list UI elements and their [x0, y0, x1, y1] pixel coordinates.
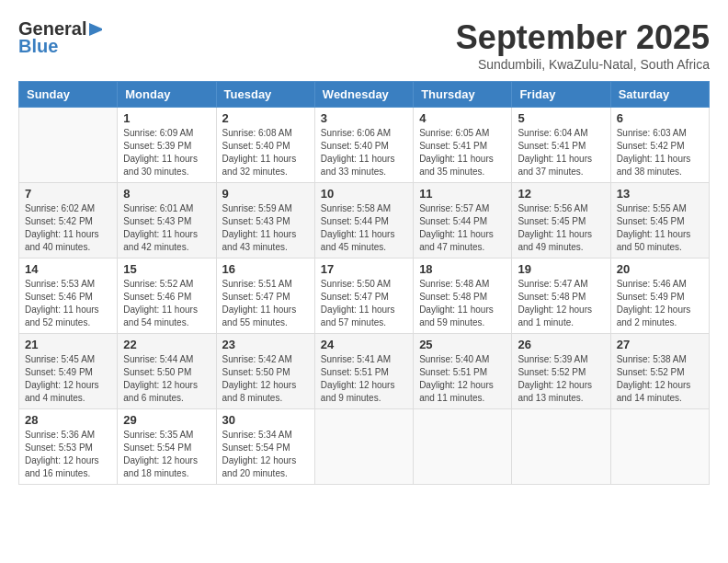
- calendar-cell: 18Sunrise: 5:48 AMSunset: 5:48 PMDayligh…: [414, 259, 512, 334]
- week-row-2: 7Sunrise: 6:02 AMSunset: 5:42 PMDaylight…: [19, 183, 710, 259]
- calendar-cell: 19Sunrise: 5:47 AMSunset: 5:48 PMDayligh…: [512, 259, 610, 334]
- logo-icon: [87, 21, 104, 38]
- day-number: 6: [617, 111, 703, 125]
- day-info: Sunrise: 5:58 AMSunset: 5:44 PMDaylight:…: [321, 202, 407, 254]
- logo: General Blue: [18, 18, 105, 57]
- calendar-cell: 15Sunrise: 5:52 AMSunset: 5:46 PMDayligh…: [118, 259, 216, 334]
- day-info: Sunrise: 5:41 AMSunset: 5:51 PMDaylight:…: [321, 353, 407, 405]
- day-info: Sunrise: 5:36 AMSunset: 5:53 PMDaylight:…: [25, 429, 111, 480]
- week-row-4: 21Sunrise: 5:45 AMSunset: 5:49 PMDayligh…: [19, 334, 710, 409]
- day-info: Sunrise: 5:44 AMSunset: 5:50 PMDaylight:…: [123, 353, 210, 405]
- day-number: 24: [321, 338, 407, 351]
- weekday-header-row: SundayMondayTuesdayWednesdayThursdayFrid…: [19, 82, 710, 108]
- calendar-cell: 12Sunrise: 5:56 AMSunset: 5:45 PMDayligh…: [512, 183, 610, 259]
- calendar-cell: 9Sunrise: 5:59 AMSunset: 5:43 PMDaylight…: [216, 183, 314, 259]
- day-info: Sunrise: 5:45 AMSunset: 5:49 PMDaylight:…: [25, 353, 111, 405]
- day-info: Sunrise: 5:34 AMSunset: 5:54 PMDaylight:…: [222, 429, 309, 480]
- day-number: 5: [518, 111, 604, 125]
- day-number: 20: [617, 262, 703, 276]
- calendar-cell: 6Sunrise: 6:03 AMSunset: 5:42 PMDaylight…: [610, 108, 709, 183]
- calendar-cell: 16Sunrise: 5:51 AMSunset: 5:47 PMDayligh…: [216, 259, 314, 334]
- location: Sundumbili, KwaZulu-Natal, South Africa: [456, 57, 710, 72]
- day-info: Sunrise: 5:48 AMSunset: 5:48 PMDaylight:…: [419, 278, 506, 329]
- calendar-cell: 23Sunrise: 5:42 AMSunset: 5:50 PMDayligh…: [216, 334, 314, 409]
- day-number: 11: [419, 187, 506, 201]
- day-number: 30: [222, 413, 309, 427]
- day-number: 7: [25, 187, 111, 201]
- day-number: 13: [617, 187, 703, 201]
- weekday-header-wednesday: Wednesday: [314, 82, 413, 108]
- weekday-header-thursday: Thursday: [414, 82, 512, 108]
- calendar-cell: 10Sunrise: 5:58 AMSunset: 5:44 PMDayligh…: [314, 183, 413, 259]
- day-number: 19: [518, 262, 604, 276]
- calendar-cell: [512, 409, 610, 485]
- day-number: 25: [419, 338, 506, 351]
- logo-blue: Blue: [18, 36, 58, 57]
- day-info: Sunrise: 6:06 AMSunset: 5:40 PMDaylight:…: [321, 127, 407, 178]
- day-info: Sunrise: 5:59 AMSunset: 5:43 PMDaylight:…: [222, 202, 309, 254]
- day-number: 14: [25, 262, 111, 276]
- day-number: 18: [419, 262, 506, 276]
- calendar-cell: 5Sunrise: 6:04 AMSunset: 5:41 PMDaylight…: [512, 108, 610, 183]
- day-info: Sunrise: 5:50 AMSunset: 5:47 PMDaylight:…: [321, 278, 407, 329]
- day-number: 2: [222, 111, 309, 125]
- day-number: 22: [123, 338, 210, 351]
- day-number: 26: [518, 338, 604, 351]
- day-info: Sunrise: 5:39 AMSunset: 5:52 PMDaylight:…: [518, 353, 604, 405]
- calendar-cell: 1Sunrise: 6:09 AMSunset: 5:39 PMDaylight…: [118, 108, 216, 183]
- day-number: 1: [123, 111, 210, 125]
- day-number: 29: [123, 413, 210, 427]
- day-number: 28: [25, 413, 111, 427]
- day-number: 21: [25, 338, 111, 351]
- calendar-cell: [19, 108, 118, 183]
- calendar-cell: 14Sunrise: 5:53 AMSunset: 5:46 PMDayligh…: [19, 259, 118, 334]
- day-info: Sunrise: 5:46 AMSunset: 5:49 PMDaylight:…: [617, 278, 703, 329]
- calendar-table: SundayMondayTuesdayWednesdayThursdayFrid…: [18, 81, 710, 485]
- week-row-3: 14Sunrise: 5:53 AMSunset: 5:46 PMDayligh…: [19, 259, 710, 334]
- day-number: 27: [617, 338, 703, 351]
- day-info: Sunrise: 5:57 AMSunset: 5:44 PMDaylight:…: [419, 202, 506, 254]
- day-number: 17: [321, 262, 407, 276]
- day-number: 3: [321, 111, 407, 125]
- calendar-cell: 29Sunrise: 5:35 AMSunset: 5:54 PMDayligh…: [118, 409, 216, 485]
- day-number: 12: [518, 187, 604, 201]
- day-info: Sunrise: 5:42 AMSunset: 5:50 PMDaylight:…: [222, 353, 309, 405]
- calendar-cell: 25Sunrise: 5:40 AMSunset: 5:51 PMDayligh…: [414, 334, 512, 409]
- calendar-cell: 11Sunrise: 5:57 AMSunset: 5:44 PMDayligh…: [414, 183, 512, 259]
- calendar-cell: 2Sunrise: 6:08 AMSunset: 5:40 PMDaylight…: [216, 108, 314, 183]
- day-number: 8: [123, 187, 210, 201]
- day-number: 4: [419, 111, 506, 125]
- calendar-cell: [414, 409, 512, 485]
- calendar-cell: [314, 409, 413, 485]
- calendar-cell: 24Sunrise: 5:41 AMSunset: 5:51 PMDayligh…: [314, 334, 413, 409]
- calendar-cell: 22Sunrise: 5:44 AMSunset: 5:50 PMDayligh…: [118, 334, 216, 409]
- week-row-1: 1Sunrise: 6:09 AMSunset: 5:39 PMDaylight…: [19, 108, 710, 183]
- calendar-cell: 3Sunrise: 6:06 AMSunset: 5:40 PMDaylight…: [314, 108, 413, 183]
- calendar-cell: 28Sunrise: 5:36 AMSunset: 5:53 PMDayligh…: [19, 409, 118, 485]
- weekday-header-tuesday: Tuesday: [216, 82, 314, 108]
- day-info: Sunrise: 6:01 AMSunset: 5:43 PMDaylight:…: [123, 202, 210, 254]
- calendar-cell: 21Sunrise: 5:45 AMSunset: 5:49 PMDayligh…: [19, 334, 118, 409]
- calendar-cell: 13Sunrise: 5:55 AMSunset: 5:45 PMDayligh…: [610, 183, 709, 259]
- calendar-cell: 4Sunrise: 6:05 AMSunset: 5:41 PMDaylight…: [414, 108, 512, 183]
- weekday-header-monday: Monday: [118, 82, 216, 108]
- day-info: Sunrise: 5:52 AMSunset: 5:46 PMDaylight:…: [123, 278, 210, 329]
- page-header: General Blue September 2025 Sundumbili, …: [18, 18, 710, 72]
- day-info: Sunrise: 5:35 AMSunset: 5:54 PMDaylight:…: [123, 429, 210, 480]
- day-info: Sunrise: 6:03 AMSunset: 5:42 PMDaylight:…: [617, 127, 703, 178]
- title-section: September 2025 Sundumbili, KwaZulu-Natal…: [456, 18, 710, 72]
- day-info: Sunrise: 5:56 AMSunset: 5:45 PMDaylight:…: [518, 202, 604, 254]
- day-info: Sunrise: 6:05 AMSunset: 5:41 PMDaylight:…: [419, 127, 506, 178]
- weekday-header-saturday: Saturday: [610, 82, 709, 108]
- weekday-header-friday: Friday: [512, 82, 610, 108]
- day-number: 10: [321, 187, 407, 201]
- day-info: Sunrise: 6:08 AMSunset: 5:40 PMDaylight:…: [222, 127, 309, 178]
- day-number: 16: [222, 262, 309, 276]
- day-info: Sunrise: 5:53 AMSunset: 5:46 PMDaylight:…: [25, 278, 111, 329]
- day-number: 23: [222, 338, 309, 351]
- calendar-cell: 7Sunrise: 6:02 AMSunset: 5:42 PMDaylight…: [19, 183, 118, 259]
- day-number: 15: [123, 262, 210, 276]
- day-info: Sunrise: 6:02 AMSunset: 5:42 PMDaylight:…: [25, 202, 111, 254]
- day-info: Sunrise: 6:04 AMSunset: 5:41 PMDaylight:…: [518, 127, 604, 178]
- day-info: Sunrise: 6:09 AMSunset: 5:39 PMDaylight:…: [123, 127, 210, 178]
